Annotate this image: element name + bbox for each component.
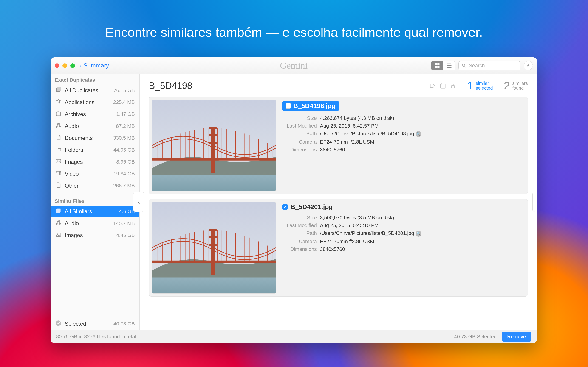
back-summary-button[interactable]: ‹ Summary bbox=[80, 62, 109, 69]
category-icon bbox=[55, 134, 61, 142]
svg-rect-21 bbox=[451, 85, 455, 88]
app-brand: Gemini bbox=[280, 60, 308, 71]
svg-rect-11 bbox=[56, 112, 61, 116]
svg-rect-6 bbox=[447, 67, 451, 68]
checkbox-icon[interactable] bbox=[285, 103, 291, 109]
lock-icon[interactable] bbox=[450, 83, 456, 89]
app-window: ‹ Summary Gemini Search ★ Exact bbox=[51, 57, 537, 343]
sidebar-item-video[interactable]: Video19.84 GB bbox=[51, 168, 139, 180]
svg-point-19 bbox=[56, 320, 61, 326]
next-group-button[interactable]: › bbox=[532, 192, 537, 212]
value-camera: EF24-70mm f/2.8L USM bbox=[320, 239, 523, 244]
sidebar-item-all-duplicates[interactable]: All Duplicates76.15 GB bbox=[51, 84, 139, 96]
stat-selected-line2: selected bbox=[476, 85, 493, 91]
thumbnail[interactable] bbox=[152, 100, 276, 191]
sidebar-item-size: 4.6 GB bbox=[119, 209, 135, 215]
svg-rect-23 bbox=[152, 175, 276, 191]
sidebar-item-other[interactable]: Other266.7 MB bbox=[51, 180, 139, 192]
file-meta: B_5D4198.jpg Size4,283,874 bytes (4.3 MB… bbox=[282, 100, 525, 191]
file-name-row[interactable]: ✓B_5D4201.jpg bbox=[282, 203, 333, 211]
check-circle-icon bbox=[55, 320, 61, 328]
stat-found: 2 similarsfound bbox=[504, 79, 528, 92]
svg-rect-5 bbox=[447, 65, 451, 66]
svg-rect-16 bbox=[57, 209, 61, 212]
view-list-button[interactable] bbox=[443, 61, 455, 70]
svg-rect-0 bbox=[435, 63, 437, 65]
svg-rect-57 bbox=[152, 277, 276, 293]
favorite-button[interactable]: ★ bbox=[524, 61, 533, 70]
sidebar-item-documents[interactable]: Documents330.5 MB bbox=[51, 132, 139, 144]
sidebar-item-label: Archives bbox=[65, 111, 86, 117]
thumbnail[interactable] bbox=[152, 202, 276, 294]
label-size: Size bbox=[282, 115, 317, 121]
sidebar-item-images[interactable]: Images4.45 GB bbox=[51, 229, 139, 241]
search-placeholder: Search bbox=[469, 63, 485, 69]
category-icon bbox=[55, 110, 61, 118]
calendar-icon[interactable] bbox=[440, 83, 446, 89]
search-icon bbox=[461, 63, 467, 68]
sidebar-item-label: Audio bbox=[65, 123, 79, 129]
back-label: Summary bbox=[83, 62, 109, 69]
category-icon bbox=[55, 170, 61, 178]
sidebar-item-size: 266.7 MB bbox=[113, 183, 135, 189]
file-name-chip[interactable]: B_5D4198.jpg bbox=[282, 101, 339, 111]
content-header: B_5D4198 1 similarselected 2 similarsfou… bbox=[140, 74, 537, 95]
view-grid-button[interactable] bbox=[431, 61, 443, 70]
sidebar-item-all-similars[interactable]: All Similars4.6 GB bbox=[51, 206, 139, 217]
zoom-window-button[interactable] bbox=[70, 63, 75, 68]
value-camera: EF24-70mm f/2.8L USM bbox=[320, 139, 523, 145]
sidebar-item-images[interactable]: Images8.96 GB bbox=[51, 156, 139, 168]
label-size: Size bbox=[282, 215, 317, 221]
svg-rect-1 bbox=[437, 63, 439, 65]
category-icon bbox=[55, 232, 61, 239]
value-path: /Users/Chirva/Pictures/liste/B_5D4198.jp… bbox=[320, 131, 523, 137]
sidebar-item-audio[interactable]: Audio87.2 MB bbox=[51, 120, 139, 132]
tag-icon[interactable] bbox=[430, 83, 436, 89]
window-body: Exact Duplicates All Duplicates76.15 GBA… bbox=[51, 74, 537, 330]
sidebar-section-exact: Exact Duplicates bbox=[51, 74, 139, 84]
sidebar-item-size: 145.7 MB bbox=[113, 220, 135, 226]
search-field[interactable]: Search bbox=[458, 61, 520, 70]
category-icon bbox=[55, 146, 61, 154]
label-modified: Last Modified bbox=[282, 223, 317, 228]
sidebar-item-folders[interactable]: Folders44.96 GB bbox=[51, 144, 139, 156]
sidebar-item-archives[interactable]: Archives1.47 GB bbox=[51, 108, 139, 120]
stat-found-num: 2 bbox=[504, 79, 510, 92]
stat-selected-line1: similar bbox=[476, 81, 489, 86]
remove-button[interactable]: Remove bbox=[502, 332, 531, 342]
sidebar-selected-row[interactable]: Selected 40.73 GB bbox=[51, 318, 139, 330]
stat-selected-num: 1 bbox=[467, 79, 473, 92]
grid-icon bbox=[434, 62, 440, 69]
sidebar-item-size: 8.96 GB bbox=[116, 159, 135, 165]
reveal-in-finder-button[interactable]: 🔍 bbox=[415, 131, 422, 137]
svg-rect-10 bbox=[57, 87, 61, 91]
stat-selected: 1 similarselected bbox=[467, 79, 493, 92]
group-title: B_5D4198 bbox=[149, 81, 192, 91]
minimize-window-button[interactable] bbox=[62, 63, 67, 68]
sidebar-item-size: 4.45 GB bbox=[116, 232, 135, 238]
close-window-button[interactable] bbox=[55, 63, 59, 68]
file-name: B_5D4198.jpg bbox=[293, 102, 336, 110]
list-icon bbox=[446, 62, 452, 69]
svg-line-8 bbox=[465, 66, 466, 67]
reveal-in-finder-button[interactable]: 🔍 bbox=[415, 231, 422, 237]
category-icon bbox=[55, 219, 61, 227]
sidebar-item-label: All Duplicates bbox=[65, 87, 98, 94]
sidebar-item-label: Audio bbox=[65, 220, 79, 227]
footer: 80.75 GB in 3276 files found in total 40… bbox=[51, 330, 537, 343]
sidebar-item-label: All Similars bbox=[65, 208, 92, 215]
sidebar-item-applications[interactable]: Applications225.4 MB bbox=[51, 96, 139, 108]
svg-rect-55 bbox=[209, 142, 216, 144]
category-icon bbox=[55, 158, 61, 166]
sidebar-item-size: 225.4 MB bbox=[113, 99, 135, 105]
svg-rect-14 bbox=[56, 171, 61, 175]
sidebar-item-size: 87.2 MB bbox=[116, 123, 135, 129]
checkbox-icon[interactable]: ✓ bbox=[282, 204, 288, 210]
label-camera: Camera bbox=[282, 139, 317, 145]
sidebar-item-audio[interactable]: Audio145.7 MB bbox=[51, 217, 139, 229]
value-modified: Aug 25, 2015, 6:42:57 PM bbox=[320, 123, 523, 129]
window-controls bbox=[55, 63, 75, 68]
toolbar: ‹ Summary Gemini Search ★ bbox=[51, 57, 537, 74]
svg-point-7 bbox=[462, 64, 465, 66]
prev-group-button[interactable]: ‹ bbox=[133, 192, 144, 212]
